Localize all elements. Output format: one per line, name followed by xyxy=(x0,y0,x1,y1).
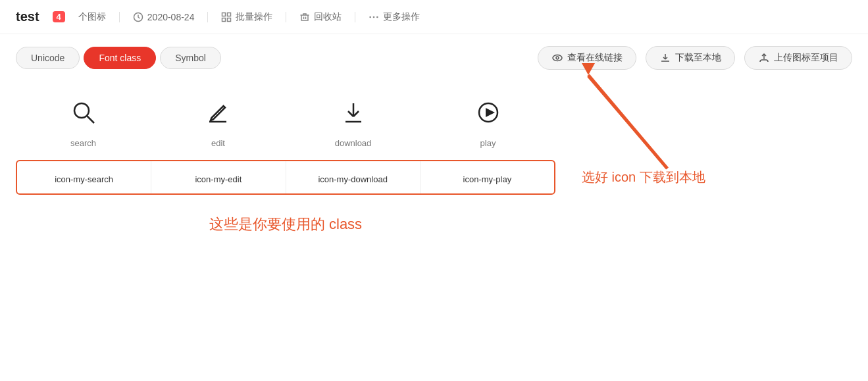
play-icon-visual xyxy=(472,96,505,129)
date-meta: 2020-08-24 xyxy=(133,12,195,22)
batch-ops-meta[interactable]: 批量操作 xyxy=(221,11,272,23)
svg-rect-2 xyxy=(228,13,231,16)
svg-marker-17 xyxy=(486,108,495,117)
svg-point-8 xyxy=(373,16,375,18)
project-title: test xyxy=(16,9,39,24)
date-text: 2020-08-24 xyxy=(147,12,195,22)
svg-rect-1 xyxy=(222,13,226,16)
svg-line-13 xyxy=(87,116,94,124)
download-class-label: icon-my-download xyxy=(318,174,388,184)
svg-marker-20 xyxy=(582,63,595,75)
svg-point-9 xyxy=(376,16,378,18)
upload-icon xyxy=(758,52,770,64)
page-wrapper: test 4 个图标 2020-08-24 批量操作 xyxy=(0,0,868,241)
tab-symbol[interactable]: Symbol xyxy=(160,47,221,69)
svg-line-21 xyxy=(588,75,667,168)
svg-rect-3 xyxy=(222,18,226,21)
recycle-meta[interactable]: 回收站 xyxy=(299,11,342,23)
batch-ops-icon xyxy=(221,12,232,22)
icon-count-text: 个图标 xyxy=(78,11,106,23)
recycle-icon xyxy=(299,12,310,22)
icons-annotation-row: search edit xyxy=(0,70,868,241)
edit-icon-visual xyxy=(202,96,235,129)
more-ops-icon xyxy=(369,12,379,22)
more-ops-meta[interactable]: 更多操作 xyxy=(369,11,420,23)
clock-icon xyxy=(133,12,143,22)
icon-count-label: 个图标 xyxy=(78,11,106,23)
icon-count-badge: 4 xyxy=(53,11,65,22)
svg-point-11 xyxy=(556,57,559,59)
search-svg-icon xyxy=(69,98,98,127)
header-separator-1 xyxy=(119,12,120,22)
play-class-label: icon-my-play xyxy=(463,174,512,184)
svg-point-10 xyxy=(553,55,562,61)
edit-name-label: edit xyxy=(211,138,225,148)
upload-icons-label: 上传图标至项目 xyxy=(774,52,838,64)
annotation-arrow-svg xyxy=(569,57,700,175)
more-ops-text: 更多操作 xyxy=(383,11,420,23)
tab-group: Unicode Font class Symbol xyxy=(16,47,221,69)
recycle-text: 回收站 xyxy=(314,11,342,23)
icon-classes-container: icon-my-search icon-my-edit icon-my-down… xyxy=(16,160,555,195)
svg-point-12 xyxy=(74,103,89,118)
download-icon-visual xyxy=(337,96,370,129)
icon-play-cell[interactable]: play xyxy=(421,89,555,153)
top-section: Unicode Font class Symbol 查看在线链接 下载至本地 xyxy=(0,34,868,70)
search-icon-visual xyxy=(67,96,100,129)
icons-left: search edit xyxy=(16,89,555,241)
download-name-label: download xyxy=(335,138,372,148)
tab-font-class[interactable]: Font class xyxy=(84,47,156,69)
eye-icon xyxy=(551,52,563,64)
play-svg-icon xyxy=(474,98,503,127)
header-separator-3 xyxy=(286,12,286,22)
header-separator-4 xyxy=(355,12,355,22)
edit-svg-icon xyxy=(204,98,233,127)
search-name-label: search xyxy=(70,138,96,148)
svg-point-7 xyxy=(370,16,372,18)
tab-unicode[interactable]: Unicode xyxy=(16,47,80,69)
icons-symbols-row: search edit xyxy=(16,89,555,153)
search-class-cell: icon-my-search xyxy=(17,161,151,193)
header-separator-2 xyxy=(207,12,208,22)
right-annotation: 选好 icon 下载到本地 xyxy=(569,89,819,186)
bottom-annotation-text: 这些是你要使用的 class xyxy=(16,208,555,241)
download-class-cell: icon-my-download xyxy=(286,161,421,193)
icon-search-cell[interactable]: search xyxy=(16,89,151,153)
search-class-label: icon-my-search xyxy=(55,174,113,184)
icon-edit-cell[interactable]: edit xyxy=(151,89,286,153)
download-svg-icon xyxy=(339,98,368,127)
header-bar: test 4 个图标 2020-08-24 批量操作 xyxy=(0,0,868,34)
edit-class-cell: icon-my-edit xyxy=(151,161,286,193)
icon-download-cell[interactable]: download xyxy=(286,89,421,153)
play-class-cell: icon-my-play xyxy=(421,161,554,193)
upload-icons-button[interactable]: 上传图标至项目 xyxy=(744,46,852,70)
edit-class-label: icon-my-edit xyxy=(195,174,242,184)
svg-rect-4 xyxy=(228,18,231,21)
play-name-label: play xyxy=(480,138,496,148)
batch-ops-text: 批量操作 xyxy=(236,11,272,23)
